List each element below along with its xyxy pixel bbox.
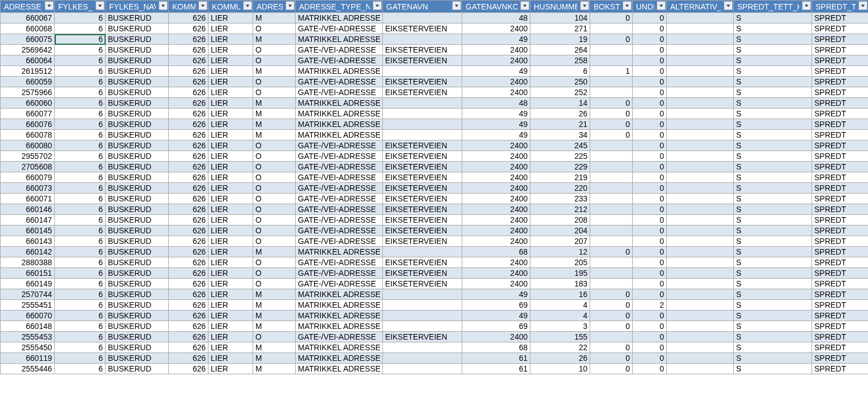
filter-dropdown-icon[interactable] — [858, 1, 867, 10]
cell-under[interactable]: 0 — [633, 257, 667, 268]
cell-kommune_navn[interactable]: LIER — [208, 77, 253, 87]
cell-fylkes_nr[interactable]: 6 — [55, 364, 106, 374]
cell-spredt_tett_kode[interactable]: S — [734, 332, 812, 342]
cell-adresse_type_navn[interactable]: MATRIKKEL ADRESSE — [296, 130, 383, 140]
cell-adresse_type[interactable]: O — [253, 215, 296, 225]
cell-husnummer[interactable]: 250 — [530, 77, 590, 87]
cell-alternativ_ad[interactable] — [667, 45, 734, 55]
cell-adresse_id[interactable]: 660078 — [1, 130, 55, 140]
cell-adresse_type[interactable]: O — [253, 77, 296, 87]
cell-kommune_navn[interactable]: LIER — [208, 225, 253, 236]
cell-gatenavnkode[interactable]: 2400 — [462, 204, 530, 215]
cell-husnummer[interactable]: 3 — [530, 321, 590, 332]
cell-kommune_navn[interactable]: LIER — [208, 140, 253, 151]
cell-spredt_tett_kode[interactable]: S — [734, 204, 812, 215]
cell-gatenavnkode[interactable]: 49 — [462, 311, 530, 321]
cell-gatenavn[interactable]: EIKSETERVEIEN — [383, 279, 462, 289]
cell-alternativ_ad[interactable] — [667, 321, 734, 332]
cell-fylkes_navn[interactable]: BUSKERUD — [106, 45, 169, 55]
cell-kommune_nr[interactable]: 626 — [169, 279, 208, 289]
cell-under[interactable]: 0 — [633, 194, 667, 204]
cell-spredt_tett_n[interactable]: SPREDT — [812, 204, 869, 215]
cell-bokstav[interactable]: 0 — [590, 119, 633, 130]
cell-adresse_type_navn[interactable]: MATRIKKEL ADRESSE — [296, 34, 383, 45]
cell-kommune_navn[interactable]: LIER — [208, 194, 253, 204]
cell-husnummer[interactable]: 233 — [530, 194, 590, 204]
column-header-fylkes_nr[interactable]: FYLKES_NR — [55, 1, 106, 13]
cell-under[interactable]: 0 — [633, 45, 667, 55]
cell-spredt_tett_n[interactable]: SPREDT — [812, 172, 869, 183]
cell-bokstav[interactable]: 0 — [590, 353, 633, 364]
cell-husnummer[interactable]: 16 — [530, 289, 590, 300]
cell-alternativ_ad[interactable] — [667, 162, 734, 172]
cell-adresse_id[interactable]: 660079 — [1, 172, 55, 183]
cell-spredt_tett_kode[interactable]: S — [734, 353, 812, 364]
cell-adresse_type[interactable]: M — [253, 13, 296, 23]
cell-gatenavnkode[interactable]: 48 — [462, 98, 530, 109]
cell-adresse_type[interactable]: M — [253, 289, 296, 300]
cell-gatenavnkode[interactable]: 2400 — [462, 77, 530, 87]
cell-spredt_tett_kode[interactable]: S — [734, 300, 812, 311]
cell-spredt_tett_kode[interactable]: S — [734, 194, 812, 204]
filter-dropdown-icon[interactable] — [580, 1, 589, 10]
cell-spredt_tett_n[interactable]: SPREDT — [812, 247, 869, 257]
cell-adresse_type_navn[interactable]: GATE-/VEI-ADRESSE — [296, 140, 383, 151]
cell-bokstav[interactable] — [590, 162, 633, 172]
cell-fylkes_nr[interactable]: 6 — [55, 204, 106, 215]
cell-spredt_tett_n[interactable]: SPREDT — [812, 130, 869, 140]
cell-fylkes_navn[interactable]: BUSKERUD — [106, 236, 169, 247]
cell-spredt_tett_kode[interactable]: S — [734, 151, 812, 162]
cell-adresse_id[interactable]: 2555450 — [1, 342, 55, 353]
cell-kommune_navn[interactable]: LIER — [208, 342, 253, 353]
cell-under[interactable]: 0 — [633, 130, 667, 140]
cell-fylkes_navn[interactable]: BUSKERUD — [106, 13, 169, 23]
cell-adresse_type_navn[interactable]: GATE-/VEI-ADRESSE — [296, 332, 383, 342]
cell-gatenavn[interactable]: EIKSETERVEIEN — [383, 172, 462, 183]
cell-kommune_nr[interactable]: 626 — [169, 342, 208, 353]
cell-bokstav[interactable] — [590, 23, 633, 34]
cell-gatenavnkode[interactable]: 2400 — [462, 332, 530, 342]
cell-husnummer[interactable]: 12 — [530, 247, 590, 257]
cell-alternativ_ad[interactable] — [667, 183, 734, 194]
cell-kommune_nr[interactable]: 626 — [169, 45, 208, 55]
cell-kommune_nr[interactable]: 626 — [169, 87, 208, 98]
cell-spredt_tett_n[interactable]: SPREDT — [812, 151, 869, 162]
cell-bokstav[interactable]: 1 — [590, 66, 633, 77]
cell-spredt_tett_n[interactable]: SPREDT — [812, 45, 869, 55]
cell-husnummer[interactable]: 195 — [530, 268, 590, 279]
cell-adresse_type_navn[interactable]: GATE-/VEI-ADRESSE — [296, 215, 383, 225]
cell-fylkes_navn[interactable]: BUSKERUD — [106, 300, 169, 311]
cell-spredt_tett_kode[interactable]: S — [734, 279, 812, 289]
cell-husnummer[interactable]: 220 — [530, 183, 590, 194]
cell-kommune_navn[interactable]: LIER — [208, 204, 253, 215]
cell-fylkes_nr[interactable]: 6 — [55, 332, 106, 342]
cell-kommune_navn[interactable]: LIER — [208, 332, 253, 342]
cell-gatenavnkode[interactable]: 69 — [462, 300, 530, 311]
cell-kommune_navn[interactable]: LIER — [208, 257, 253, 268]
cell-fylkes_navn[interactable]: BUSKERUD — [106, 119, 169, 130]
cell-gatenavnkode[interactable]: 49 — [462, 119, 530, 130]
cell-under[interactable]: 0 — [633, 321, 667, 332]
cell-adresse_id[interactable]: 2569642 — [1, 45, 55, 55]
cell-adresse_id[interactable]: 660059 — [1, 77, 55, 87]
cell-kommune_navn[interactable]: LIER — [208, 162, 253, 172]
cell-fylkes_nr[interactable]: 6 — [55, 23, 106, 34]
cell-bokstav[interactable]: 0 — [590, 364, 633, 374]
cell-bokstav[interactable]: 0 — [590, 300, 633, 311]
cell-adresse_type[interactable]: O — [253, 268, 296, 279]
cell-husnummer[interactable]: 208 — [530, 215, 590, 225]
cell-husnummer[interactable]: 6 — [530, 66, 590, 77]
cell-under[interactable]: 0 — [633, 151, 667, 162]
cell-fylkes_nr[interactable]: 6 — [55, 236, 106, 247]
cell-gatenavn[interactable]: EIKSETERVEIEN — [383, 87, 462, 98]
cell-spredt_tett_kode[interactable]: S — [734, 247, 812, 257]
cell-bokstav[interactable]: 0 — [590, 109, 633, 119]
cell-adresse_type[interactable]: O — [253, 225, 296, 236]
cell-gatenavn[interactable]: EIKSETERVEIEN — [383, 236, 462, 247]
cell-gatenavn[interactable] — [383, 66, 462, 77]
cell-alternativ_ad[interactable] — [667, 87, 734, 98]
cell-alternativ_ad[interactable] — [667, 289, 734, 300]
cell-gatenavn[interactable]: EIKSETERVEIEN — [383, 23, 462, 34]
cell-alternativ_ad[interactable] — [667, 300, 734, 311]
cell-adresse_type[interactable]: O — [253, 332, 296, 342]
